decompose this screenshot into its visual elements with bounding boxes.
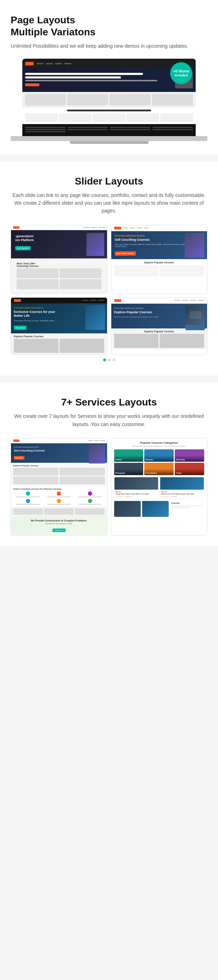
section3-header: 7+ Services Layouts We create over 7 lay… [11, 397, 207, 428]
category-label: Creative [115, 458, 122, 461]
featured-course-1: $69.30 Visual Basic Web Course With Live… [114, 477, 159, 499]
dot-2[interactable] [108, 358, 111, 361]
bottom-text-line [171, 505, 203, 506]
course-title: Become the PHP Master faster with Valtur [161, 493, 203, 495]
nav-link [64, 63, 71, 64]
digital-solutions-icon [26, 492, 30, 496]
course-thumb [17, 279, 58, 289]
nav-link [190, 300, 196, 301]
categories-grid: Creative Business Technolog Photograph I… [114, 449, 205, 475]
nav-link [37, 63, 43, 64]
nav-link [82, 300, 89, 301]
slider1-courses: More Than 25k+Coaching Courses [11, 258, 107, 293]
slider-preview-1: -generation/ion Platform Get Started Mor… [11, 225, 107, 294]
srv-hero-image [89, 445, 105, 463]
course-info: $69.30 Visual Basic Web Course With Live… [114, 490, 158, 499]
bottom-image-2 [142, 501, 169, 517]
srv-courses-title: Explore Popular Courses [13, 465, 105, 467]
hero-text [25, 73, 172, 86]
footer-col [25, 127, 66, 133]
category-it-software: IT & Software [144, 463, 174, 475]
footer-dark [22, 124, 195, 136]
featured-courses: $69.30 Visual Basic Web Course With Live… [114, 477, 205, 499]
service-item [160, 113, 193, 122]
nav-link [182, 300, 189, 301]
section1-title: Page Layouts Multiple Variatons [11, 14, 207, 38]
section1-description: Unlimited Possibilities and we will keep… [11, 42, 207, 50]
srv-icon-loan [75, 499, 105, 505]
course-card [152, 94, 193, 105]
hero-btn [25, 83, 39, 86]
slider1-btn: Get Started [15, 246, 30, 250]
slider1-nav-links [21, 227, 105, 228]
nav-link [198, 300, 204, 301]
slider3-btn: Buy Now [14, 326, 27, 330]
srv-nav [11, 438, 107, 443]
dot-3[interactable] [112, 358, 115, 361]
bottom-text-line [171, 507, 190, 508]
s2-course [114, 265, 159, 277]
category-label: Business [145, 458, 153, 461]
srv-icon-label [78, 496, 102, 498]
srv-icon-label [47, 496, 71, 498]
section-divider [0, 154, 218, 162]
services-main-grid: EXPLORE SERVICES DIGITAL Sell Couching C… [11, 438, 207, 536]
section-divider-2 [0, 375, 218, 382]
it-software-icon [26, 499, 30, 503]
slider4-courses-title: Explore Popular Courses [114, 330, 205, 332]
service-item [59, 113, 91, 122]
category-label: Photograph [115, 472, 125, 474]
slider1-image [87, 233, 104, 256]
nav-link [90, 300, 96, 301]
slider3-nav [11, 298, 107, 303]
nav-link [55, 63, 62, 64]
slider4-logo [114, 299, 121, 302]
nav-link [88, 440, 93, 441]
course-thumb [59, 279, 101, 289]
course-info: $78.00 Become the PHP Master faster with… [160, 490, 204, 499]
slider3-courses-title: Explore Popular Courses [14, 335, 104, 337]
bottom-text-title: Courses [171, 502, 203, 504]
course-img [114, 334, 159, 348]
section-slider-layouts: Slider Layouts Each slide can link to an… [0, 162, 218, 376]
mock-nav-links [37, 63, 71, 64]
service-item [25, 113, 58, 122]
category-business: Business [144, 449, 174, 462]
mock-logo [25, 62, 34, 65]
home-badge: +6 Home Included [170, 62, 192, 84]
service-item [93, 113, 125, 122]
dot-1[interactable] [103, 358, 106, 361]
srv-finance-design [13, 508, 43, 515]
srv-courses-section: Explore Popular Courses [11, 463, 107, 486]
construction-section: We Provide Construction to Complex Probl… [11, 517, 107, 535]
srv-icons-row1 [13, 492, 105, 498]
pc-bottom-section: Courses [114, 501, 205, 517]
construction-btn: Contact Us [53, 528, 66, 532]
slider1-title: -generation/ion Platform [15, 234, 68, 242]
category-label: Technolog [176, 458, 185, 461]
hero-line3 [25, 80, 157, 81]
nav-link [46, 63, 53, 64]
financial-coaching-icon [57, 499, 61, 503]
slider3-logo [14, 299, 21, 302]
phone-image-2 [89, 445, 105, 463]
footer-col [68, 127, 108, 133]
category-creative: Creative [114, 449, 144, 462]
section2-header: Slider Layouts Each slide can link to an… [11, 176, 207, 215]
laptop-mockup: +6 Home Included [11, 59, 207, 144]
section2-description: Each slide can link to any page like cou… [11, 191, 207, 215]
srv-bottom-grid [13, 508, 105, 515]
construction-title: We Provide Construction to Complex Probl… [14, 519, 104, 522]
srv-courses-grid [13, 468, 105, 484]
services-grid [25, 113, 192, 122]
slider2-courses-section: Explore Popular Courses [111, 259, 207, 278]
hero-line1 [25, 73, 143, 75]
srv-online-title: Online Coaching Lessons For Remote Learn… [13, 488, 105, 490]
slider3-title: Exclusive Courses for your Better Life [14, 310, 63, 318]
section-page-layouts: Page Layouts Multiple Variatons Unlimite… [0, 0, 218, 154]
srv-icon-label [78, 504, 102, 505]
slider3-hero: EXPLORE SERVICES DIGITAL Exclusive Cours… [11, 303, 107, 333]
srv-icon-label [47, 504, 71, 505]
services-title [67, 110, 151, 111]
course-card [67, 94, 108, 105]
